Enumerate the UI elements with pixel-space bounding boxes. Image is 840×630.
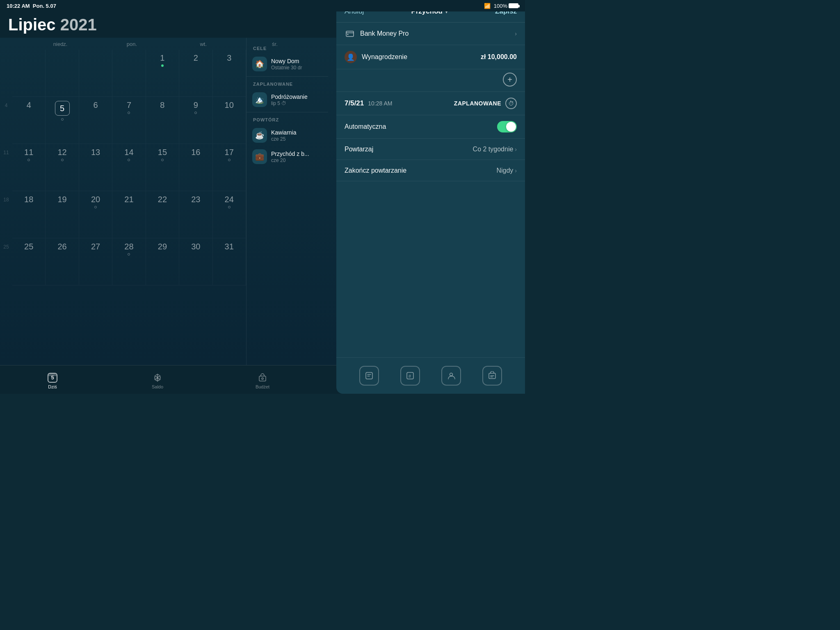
- cal-cell-27[interactable]: 27: [79, 238, 112, 285]
- podroz-date: lip 5 ⏱: [271, 100, 322, 106]
- kawiarnia-icon: ☕: [252, 128, 267, 143]
- svg-rect-9: [259, 376, 266, 381]
- end-repeat-chevron-icon: ›: [515, 167, 517, 174]
- cal-cell[interactable]: [79, 50, 112, 97]
- account-row[interactable]: Bank Money Pro ›: [336, 23, 525, 45]
- cal-cell-20[interactable]: 20: [79, 191, 112, 238]
- przychod-date: cze 20: [271, 158, 322, 163]
- cal-row-3: 11 11 12 13 14 15 16 17: [0, 144, 246, 191]
- side-item-podroz[interactable]: 🏔️ Podróżowanie lip 5 ⏱: [247, 89, 328, 110]
- day-header-tue: wt.: [168, 38, 239, 50]
- datetime-row[interactable]: 7/5/21 10:28 AM ZAPLANOWANE ⏱: [336, 92, 525, 115]
- payee-row[interactable]: 👤 Wynagrodzenie zł 10,000.00: [336, 45, 525, 69]
- cal-row-5: 25 25 26 27 28 29 30 31: [0, 238, 246, 285]
- cal-cell[interactable]: [46, 50, 79, 97]
- cal-cell-8[interactable]: 8: [146, 97, 179, 144]
- tab-dzis[interactable]: 5 Dziś: [0, 370, 105, 389]
- cal-cell-23[interactable]: 23: [179, 191, 212, 238]
- cal-cell-11[interactable]: 11: [12, 144, 46, 191]
- tab-budzet-label: Budżet: [256, 384, 269, 389]
- cal-cell-15[interactable]: 15: [146, 144, 179, 191]
- repeat-chevron-icon: ›: [515, 146, 517, 153]
- cal-cell-5-today[interactable]: 5: [46, 97, 79, 144]
- week-num-5: 25: [0, 238, 12, 285]
- cal-row-1: 1 2 3: [0, 50, 246, 97]
- svg-rect-2: [366, 372, 372, 379]
- side-panel: CELE 🏠 Nowy Dom Ostatnie 30 dr ZAPLANOWA…: [246, 38, 328, 365]
- tab-budzet[interactable]: Budżet: [210, 370, 315, 389]
- svg-point-1: [347, 34, 349, 35]
- payee-label: Wynagrodzenie: [362, 53, 481, 61]
- powtorz-section-title: POWTÓRZ: [247, 114, 328, 125]
- day-header-sun: niedz.: [25, 38, 96, 50]
- add-item-button[interactable]: +: [503, 73, 517, 87]
- tab-dzis-label: Dziś: [48, 384, 57, 389]
- cal-cell-10[interactable]: 10: [213, 97, 246, 144]
- side-item-nowy-dom[interactable]: 🏠 Nowy Dom Ostatnie 30 dr: [247, 53, 328, 75]
- cal-cell-3[interactable]: 3: [213, 50, 246, 97]
- cal-cell-25[interactable]: 25: [12, 238, 46, 285]
- attach-button[interactable]: [482, 366, 502, 386]
- nowy-dom-icon: 🏠: [252, 57, 267, 71]
- przychod-icon: 💼: [252, 149, 267, 164]
- day-header-mon: pon.: [96, 38, 167, 50]
- end-repeat-row[interactable]: Zakończ powtarzanie Nigdy ›: [336, 160, 525, 181]
- nowy-dom-date: Ostatnie 30 dr: [271, 65, 322, 71]
- auto-label: Automatyczna: [345, 123, 497, 130]
- side-item-przychod[interactable]: 💼 Przychód z b... cze 20: [247, 146, 328, 167]
- week-num-1: [0, 50, 12, 97]
- svg-point-10: [262, 378, 263, 379]
- note-button[interactable]: [359, 366, 379, 386]
- week-num-4: 18: [0, 191, 12, 238]
- cal-cell-21[interactable]: 21: [112, 191, 146, 238]
- cal-cell-18[interactable]: 18: [12, 191, 46, 238]
- svg-rect-0: [346, 31, 354, 37]
- cal-cell-24[interactable]: 24: [213, 191, 246, 238]
- cal-cell-17[interactable]: 17: [213, 144, 246, 191]
- payee-avatar: 👤: [345, 51, 357, 63]
- cal-cell-12[interactable]: 12: [46, 144, 79, 191]
- account-label: Bank Money Pro: [360, 30, 515, 37]
- cal-cell-19[interactable]: 19: [46, 191, 79, 238]
- side-item-kawiarnia[interactable]: ☕ Kawiarnia cze 25: [247, 125, 328, 146]
- cal-cell-6[interactable]: 6: [79, 97, 112, 144]
- cal-cell-30[interactable]: 30: [179, 238, 212, 285]
- auto-toggle[interactable]: [497, 121, 517, 132]
- cal-cell[interactable]: [12, 50, 46, 97]
- przychod-name: Przychód z b...: [271, 151, 322, 157]
- today-badge: 5: [48, 373, 57, 383]
- cal-cell-28[interactable]: 28: [112, 238, 146, 285]
- tag-button[interactable]: #: [400, 366, 420, 386]
- kawiarnia-date: cze 25: [271, 136, 322, 142]
- cal-cell[interactable]: [112, 50, 146, 97]
- cal-cell-26[interactable]: 26: [46, 238, 79, 285]
- cal-cell-31[interactable]: 31: [213, 238, 246, 285]
- end-repeat-label: Zakończ powtarzanie: [345, 167, 496, 174]
- person-button[interactable]: [441, 366, 461, 386]
- cal-row-2: 4 4 5 6 7 8 9 10: [0, 97, 246, 144]
- cal-cell-13[interactable]: 13: [79, 144, 112, 191]
- tab-saldo[interactable]: Saldo: [105, 370, 210, 389]
- repeat-row[interactable]: Powtarzaj Co 2 tygodnie ›: [336, 139, 525, 160]
- budget-icon: [258, 373, 267, 383]
- svg-text:#: #: [409, 374, 411, 379]
- cal-cell-22[interactable]: 22: [146, 191, 179, 238]
- auto-row: Automatyczna: [336, 115, 525, 139]
- end-repeat-value: Nigdy: [496, 167, 513, 174]
- cal-cell-29[interactable]: 29: [146, 238, 179, 285]
- cal-cell-9[interactable]: 9: [179, 97, 212, 144]
- clock-icon[interactable]: ⏱: [505, 98, 517, 109]
- cal-cell-14[interactable]: 14: [112, 144, 146, 191]
- cal-cell-2[interactable]: 2: [179, 50, 212, 97]
- zaplanowane-section-title: ZAPLANOWANE: [247, 78, 328, 89]
- transaction-status: ZAPLANOWANE: [454, 100, 501, 107]
- cal-cell-4[interactable]: 4: [12, 97, 46, 144]
- repeat-value: Co 2 tygodnie: [473, 146, 514, 153]
- week-num-3: 11: [0, 144, 12, 191]
- cal-row-4: 18 18 19 20 21 22 23 24: [0, 191, 246, 238]
- transaction-date: 7/5/21: [345, 99, 364, 107]
- cal-cell-16[interactable]: 16: [179, 144, 212, 191]
- week-num-2: 4: [0, 97, 12, 144]
- cal-cell-1[interactable]: 1: [146, 50, 179, 97]
- cal-cell-7[interactable]: 7: [112, 97, 146, 144]
